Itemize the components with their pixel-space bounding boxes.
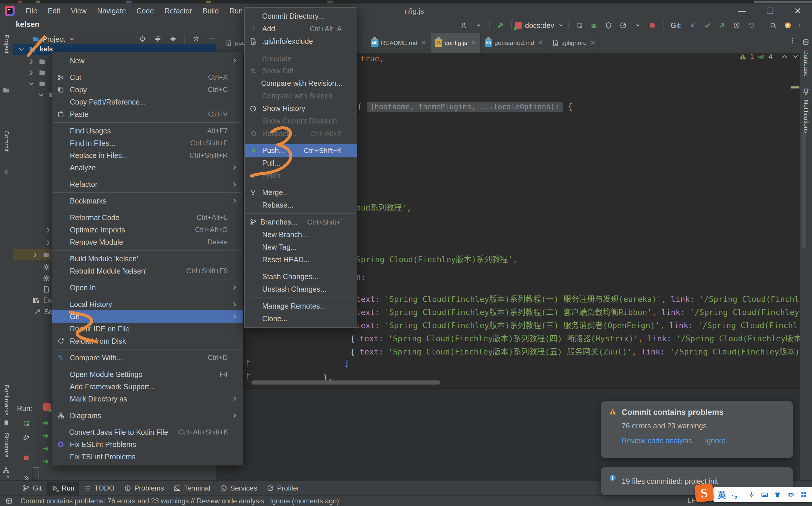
skin-shirt-icon[interactable] <box>774 491 781 498</box>
toolwindow-button-run[interactable]: Run <box>47 482 79 495</box>
commit-icon[interactable] <box>2 168 10 177</box>
stripe-tab-structure[interactable]: Structure <box>0 433 13 457</box>
menu-item-local-history[interactable]: Local History <box>52 298 243 310</box>
stripe-tab-database[interactable]: Database <box>800 50 812 77</box>
stop-icon[interactable] <box>649 22 656 29</box>
editor-tab-readme-md[interactable]: MDREADME.md✕ <box>367 33 430 53</box>
menu-item-bookmarks[interactable]: Bookmarks <box>52 195 243 207</box>
menu-item-refactor[interactable]: Refactor <box>52 178 243 190</box>
menu-item-open-in[interactable]: Open In <box>52 281 243 294</box>
update-project-icon[interactable] <box>689 22 696 29</box>
next-problem-icon[interactable] <box>792 53 799 61</box>
menu-item-show-history[interactable]: Show History <box>245 102 357 115</box>
menubar-item-view[interactable]: View <box>66 5 91 17</box>
menu-item-fix-tslint-problems[interactable]: Fix TSLint Problems <box>52 450 243 463</box>
toolwindow-button-services[interactable]: Services <box>215 482 262 495</box>
push-arrow-icon[interactable] <box>718 22 726 29</box>
menu-item-replace-in-files[interactable]: Replace in Files...Ctrl+Shift+R <box>52 149 243 161</box>
rerun-icon[interactable] <box>22 420 30 427</box>
close-icon[interactable]: ✕ <box>538 39 543 47</box>
menubar-item-edit[interactable]: Edit <box>43 5 65 17</box>
coverage-icon[interactable] <box>605 22 612 29</box>
search-icon[interactable] <box>769 22 777 29</box>
menu-item-convert-java-file-to-kotlin-file[interactable]: Convert Java File to Kotlin FileCtrl+Alt… <box>52 426 243 438</box>
toolwindow-button-problems[interactable]: Problems <box>119 482 168 495</box>
gamepad-icon[interactable] <box>787 491 795 498</box>
menu-item-copy[interactable]: CopyCtrl+C <box>52 84 243 96</box>
toast-link-review-code-analysis[interactable]: Review code analysis <box>622 436 692 445</box>
menu-item-open-module-settings[interactable]: Open Module SettingsF4 <box>52 368 243 381</box>
menu-item-remove-module[interactable]: Remove ModuleDelete <box>52 236 243 248</box>
stripe-tab-bookmarks[interactable]: Bookmarks <box>0 385 13 416</box>
menu-item-add-framework-support[interactable]: Add Framework Support... <box>52 381 243 393</box>
menu-item-manage-remotes[interactable]: Manage Remotes... <box>245 300 357 313</box>
menu-item-find-usages[interactable]: Find UsagesAlt+F7 <box>52 125 243 137</box>
menubar-item-refactor[interactable]: Refactor <box>160 5 196 17</box>
menu-item-pull[interactable]: Pull... <box>245 157 357 169</box>
menu-item-optimize-imports[interactable]: Optimize ImportsCtrl+Alt+O <box>52 224 243 236</box>
line-ending-indicator[interactable]: LF <box>687 496 696 505</box>
debug-bug-icon[interactable] <box>590 22 598 29</box>
menu-item-branches[interactable]: Branches...Ctrl+Shift+` <box>245 216 357 228</box>
rerun-icon[interactable] <box>576 22 583 29</box>
grid-icon[interactable] <box>800 491 808 498</box>
toolwindow-button-todo[interactable]: TODO <box>79 482 119 495</box>
menu-item-new-branch[interactable]: New Branch... <box>245 228 357 241</box>
menu-item-clone[interactable]: Clone... <box>245 313 357 325</box>
editor-tab-get-started-md[interactable]: MDget-started.md✕ <box>481 33 547 53</box>
close-icon[interactable]: ✕ <box>421 39 426 47</box>
menu-item-fix-eslint-problems[interactable]: Fix ESLint Problems <box>52 438 243 450</box>
toolwindow-button-profiler[interactable]: Profiler <box>262 482 304 495</box>
menu-item-copy-path-reference[interactable]: Copy Path/Reference... <box>52 96 243 108</box>
collapse-all-icon[interactable] <box>169 35 177 43</box>
menu-item-reload-from-disk[interactable]: Reload from Disk <box>52 335 243 347</box>
menubar-item-run[interactable]: Run <box>225 5 247 17</box>
sogou-ime-logo[interactable]: S <box>694 483 714 503</box>
menu-item-rollback[interactable]: Rollback...Ctrl+Alt+Z <box>245 127 357 140</box>
tab-options-kebab-icon[interactable] <box>789 37 797 45</box>
bookmark-icon[interactable] <box>2 419 10 428</box>
project-view-selector[interactable]: Project <box>32 35 76 44</box>
menu-item-merge[interactable]: Merge... <box>245 186 357 199</box>
stripe-tab-notifications[interactable]: Notifications <box>800 100 812 133</box>
history-clock-icon[interactable] <box>733 22 740 29</box>
keyboard-icon[interactable] <box>761 491 768 498</box>
console-scroll-marker[interactable] <box>33 467 39 480</box>
expand-all-icon[interactable] <box>154 35 162 43</box>
run-config-combo[interactable]: docs:dev <box>511 20 568 31</box>
menu-item-analyze[interactable]: Analyze <box>52 161 243 174</box>
notification-toast[interactable]: Commit contains problems76 errors and 23… <box>601 401 793 458</box>
wrench-icon[interactable] <box>22 434 30 441</box>
ime-punctuation-toggle[interactable]: ·， <box>731 489 742 500</box>
menu-item-new[interactable]: New <box>52 55 243 67</box>
database-icon[interactable] <box>802 38 810 47</box>
editor-horizontal-scrollbar[interactable] <box>251 381 440 385</box>
rollback-icon[interactable] <box>747 22 755 29</box>
menu-item-stash-changes[interactable]: Stash Changes... <box>245 270 357 283</box>
menu-item-rebase[interactable]: Rebase... <box>245 199 357 212</box>
stripe-more-chevrons[interactable]: » <box>6 473 10 481</box>
menu-item-new-tag[interactable]: New Tag... <box>245 241 357 253</box>
locate-target-icon[interactable] <box>139 35 146 43</box>
toolwindow-button-terminal[interactable]: Terminal <box>168 482 215 495</box>
gutter-bookmark-icon[interactable] <box>245 372 253 380</box>
menu-item-show-diff[interactable]: Show Diff <box>245 65 357 77</box>
menubar-item-build[interactable]: Build <box>198 5 223 17</box>
menu-item-find-in-files[interactable]: Find in Files...Ctrl+Shift+F <box>52 137 243 149</box>
menu-item-git[interactable]: Git <box>52 310 243 323</box>
bell-icon[interactable] <box>802 88 810 96</box>
menubar-item-navigate[interactable]: Navigate <box>93 5 130 17</box>
menu-item-cut[interactable]: CutCtrl+X <box>52 71 243 84</box>
menu-item-fetch[interactable]: Fetch <box>245 169 357 182</box>
menu-item-unstash-changes[interactable]: Unstash Changes... <box>245 283 357 296</box>
toast-link-ignore[interactable]: Ignore <box>705 436 726 445</box>
mic-icon[interactable] <box>748 491 755 498</box>
hide-minus-icon[interactable] <box>208 35 215 43</box>
menu-item-diagrams[interactable]: Diagrams <box>52 409 243 422</box>
layout-icon[interactable] <box>5 497 13 505</box>
menu-item-mark-directory-as[interactable]: Mark Directory as <box>52 393 243 405</box>
menu-item-repair-ide-on-file[interactable]: Repair IDE on File <box>52 323 243 335</box>
menu-item-compare-with[interactable]: Compare With...Ctrl+D <box>52 351 243 364</box>
menu-item-reformat-code[interactable]: Reformat CodeCtrl+Alt+L <box>52 212 243 224</box>
minimize-button[interactable]: — <box>730 3 754 18</box>
